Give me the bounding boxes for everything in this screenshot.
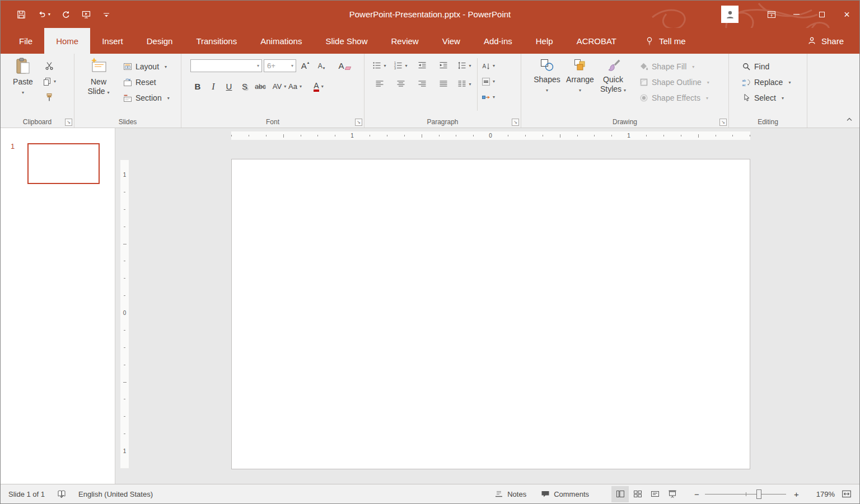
align-text-button[interactable] [481,74,496,88]
find-icon [742,62,751,71]
align-left-button[interactable] [372,77,386,91]
arrange-button[interactable]: Arrange [563,54,597,114]
slideshow-view-button[interactable] [663,486,681,502]
tab-add-ins[interactable]: Add-ins [472,28,524,54]
decrease-font-size-button[interactable]: A [314,59,329,73]
decrease-indent-button[interactable] [415,59,429,72]
reset-button[interactable]: Reset [120,74,172,90]
copy-button[interactable] [42,74,57,88]
horizontal-ruler[interactable]: 101 [231,131,750,140]
change-case-button[interactable]: Aa [288,79,302,93]
numbering-button[interactable]: 123 [394,59,408,72]
shape-outline-label: Shape Outline [652,78,702,87]
slide-thumbnail[interactable] [27,143,100,184]
comments-button[interactable]: Comments [541,489,589,498]
tab-animations[interactable]: Animations [249,28,314,54]
tab-acrobat[interactable]: ACROBAT [565,28,628,54]
slide-canvas[interactable] [231,159,750,469]
tab-file[interactable]: File [7,28,44,54]
section-button[interactable]: Section [120,90,172,106]
maximize-button[interactable] [809,1,834,28]
zoom-slider-thumb[interactable] [756,489,761,499]
language-indicator[interactable]: English (United States) [78,490,153,498]
close-button[interactable]: × [834,1,859,28]
bold-button[interactable]: B [190,79,205,93]
underline-button[interactable]: U [222,79,236,93]
tab-insert[interactable]: Insert [90,28,135,54]
shape-fill-button[interactable]: Shape Fill [637,59,712,74]
font-dialog-launcher[interactable]: ↘ [355,119,362,126]
cut-button[interactable] [42,59,57,73]
text-direction-button[interactable]: A [481,59,496,73]
align-center-button[interactable] [394,77,408,91]
tab-slide-show[interactable]: Slide Show [314,28,379,54]
slide-indicator[interactable]: Slide 1 of 1 [8,490,45,498]
minimize-icon [793,14,800,15]
select-button[interactable]: Select [739,90,807,106]
editing-group-label: Editing [729,118,807,126]
font-size-combo[interactable]: 6+ [264,59,296,72]
zoom-slider[interactable] [705,486,786,502]
shape-outline-button[interactable]: Shape Outline [637,74,712,90]
paste-button[interactable]: Paste [7,54,39,114]
text-shadow-button[interactable]: S [237,79,252,93]
notes-button[interactable]: Notes [494,489,526,498]
undo-button[interactable] [38,10,50,19]
increase-indent-button[interactable] [436,59,450,72]
find-button[interactable]: Find [739,59,807,74]
minimize-button[interactable] [784,1,809,28]
clipboard-dialog-launcher[interactable]: ↘ [65,119,72,126]
replace-button[interactable]: abac Replace [739,74,807,90]
bullets-button[interactable] [372,59,386,72]
ribbon-display-options-button[interactable] [759,1,784,28]
font-color-button[interactable]: A [311,79,326,93]
start-from-beginning-button[interactable] [82,10,91,19]
slide-sorter-view-button[interactable] [629,486,646,502]
tab-view[interactable]: View [431,28,472,54]
paragraph-dialog-launcher[interactable]: ↘ [512,119,519,126]
tab-home[interactable]: Home [44,28,90,54]
proofing-status-button[interactable] [57,489,66,498]
font-name-combo[interactable] [190,59,262,72]
collapse-ribbon-button[interactable] [846,116,853,123]
shapes-button[interactable]: Shapes [531,54,563,114]
zoom-in-button[interactable]: + [789,486,803,502]
zoom-out-button[interactable]: − [690,486,704,502]
shapes-icon [539,57,555,73]
font-group-label: Font [181,118,364,126]
character-spacing-button[interactable]: AV [272,79,287,93]
italic-button[interactable]: I [206,79,221,93]
tab-transitions[interactable]: Transitions [184,28,249,54]
new-slide-button[interactable]: New Slide [81,54,116,114]
drawing-dialog-launcher[interactable]: ↘ [719,119,727,126]
fit-slide-button[interactable] [842,489,852,499]
tell-me-box[interactable]: Tell me [639,28,691,54]
ruler-tick [732,135,733,136]
ribbon-display-options-icon [767,10,776,19]
user-avatar[interactable] [721,6,739,23]
columns-button[interactable] [457,77,471,91]
line-spacing-button[interactable] [457,59,471,72]
tab-design[interactable]: Design [135,28,185,54]
redo-button[interactable] [62,10,71,19]
vertical-ruler[interactable]: 101 [120,160,129,468]
convert-to-smartart-button[interactable] [481,90,496,104]
increase-font-size-button[interactable]: A [298,59,312,73]
layout-button[interactable]: Layout [120,59,172,74]
customize-quick-access-button[interactable] [102,10,111,19]
tab-review[interactable]: Review [379,28,430,54]
paragraph-divider [477,58,478,111]
shape-effects-button[interactable]: Shape Effects [637,90,712,106]
justify-button[interactable] [436,77,450,91]
reading-view-button[interactable] [646,486,663,502]
format-painter-button[interactable] [42,90,57,104]
share-button[interactable]: Share [807,28,844,54]
save-button[interactable] [16,10,26,20]
align-right-button[interactable] [415,77,429,91]
clear-formatting-button[interactable]: A [337,59,352,73]
zoom-level-button[interactable]: 179% [808,490,835,498]
normal-view-button[interactable] [611,486,629,502]
quick-styles-button[interactable]: Quick Styles [597,54,629,114]
tab-help[interactable]: Help [524,28,565,54]
strikethrough-button[interactable]: abc [253,79,268,93]
